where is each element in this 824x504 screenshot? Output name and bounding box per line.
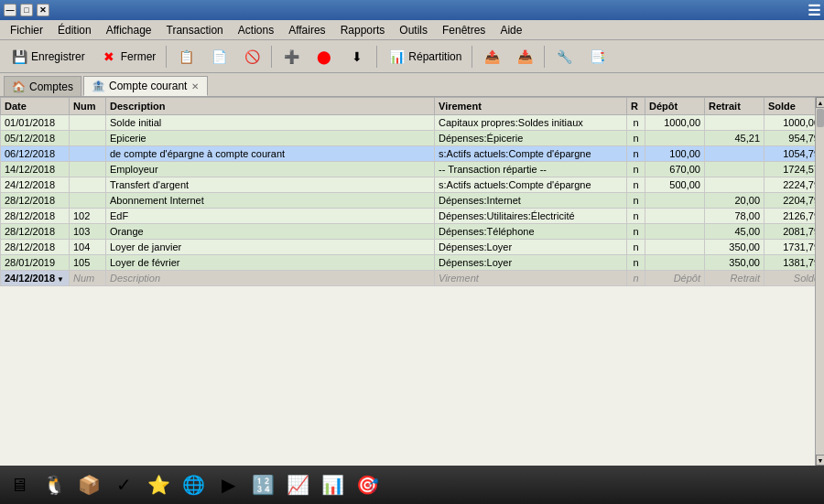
toolbar-btn-Répartition[interactable]: 📊Répartition <box>381 44 468 70</box>
date-dropdown-icon[interactable]: ▼ <box>57 275 64 284</box>
toolbar-btn-8[interactable]: ⬤ <box>309 44 340 70</box>
cell-r-3: n <box>627 162 645 177</box>
toolbar-btn-13[interactable]: 📤 <box>476 44 507 70</box>
menu-item-affichage[interactable]: Affichage <box>100 21 158 39</box>
tab-label-compte-courant: Compte courant <box>109 80 187 92</box>
toolbar-btn-Fermer[interactable]: ✖Fermer <box>93 44 163 70</box>
table-row[interactable]: 14/12/2018Employeur-- Transaction répart… <box>1 162 824 177</box>
menu-item-dition[interactable]: Édition <box>51 21 98 39</box>
maximize-button[interactable]: □ <box>20 4 33 16</box>
cell-virement-1: Dépenses:Épicerie <box>435 131 627 146</box>
tab-bar: 🏠Comptes🏦Compte courant✕ <box>0 73 824 97</box>
table-row[interactable]: 28/12/2018102EdFDépenses:Utilitaires:Éle… <box>1 209 824 224</box>
cell-r-4: n <box>627 177 645 193</box>
table-row[interactable]: 28/12/2018104Loyer de janvierDépenses:Lo… <box>1 240 824 255</box>
scroll-thumb[interactable] <box>817 109 824 127</box>
col-header-description: Description <box>106 98 435 115</box>
new-entry-description[interactable]: Description <box>106 271 435 286</box>
tab-close-compte-courant[interactable]: ✕ <box>190 81 200 91</box>
scroll-up-arrow[interactable]: ▲ <box>816 97 824 108</box>
chart-icon[interactable]: 📈 <box>282 469 313 500</box>
cell-date-8: 28/12/2018 <box>1 240 70 255</box>
toolbar-btn-5[interactable]: 🚫 <box>236 44 267 70</box>
table-row[interactable]: 28/01/2019105Loyer de févrierDépenses:Lo… <box>1 255 824 271</box>
new-entry-virement[interactable]: Virement <box>435 271 627 286</box>
new-entry-num[interactable]: Num <box>70 271 106 286</box>
cell-virement-3: -- Transaction répartie -- <box>435 162 627 177</box>
calc-icon[interactable]: 🔢 <box>247 469 278 500</box>
col-header-retrait: Retrait <box>705 98 764 115</box>
cell-num-0 <box>70 115 106 131</box>
tab-compte-courant[interactable]: 🏦Compte courant✕ <box>83 76 208 96</box>
cell-r-7: n <box>627 224 645 240</box>
toolbar-btn-16[interactable]: 🔧 <box>548 44 580 70</box>
cell-depot-9 <box>645 255 705 271</box>
new-entry-row[interactable]: 24/12/2018▼NumDescriptionVirementnDépôtR… <box>1 271 824 286</box>
cell-retrait-6: 78,00 <box>705 209 764 224</box>
close-button[interactable]: ✕ <box>37 4 49 16</box>
cell-r-9: n <box>627 255 645 271</box>
globe-icon[interactable]: 🌐 <box>178 469 209 500</box>
menu-item-fentres[interactable]: Fenêtres <box>436 21 492 39</box>
table-header-row: DateNumDescriptionVirementRDépôtRetraitS… <box>1 98 824 115</box>
toolbar-btn-17[interactable]: 📑 <box>581 44 613 70</box>
box-icon[interactable]: 📦 <box>73 469 104 500</box>
math-icon[interactable]: ✓ <box>108 469 139 500</box>
table-row[interactable]: 28/12/2018103OrangeDépenses:Téléphonen45… <box>1 224 824 240</box>
toolbar-label-1: Fermer <box>121 50 157 63</box>
new-entry-date[interactable]: 24/12/2018▼ <box>1 271 70 286</box>
toolbar-btn-7[interactable]: ➕ <box>276 44 307 70</box>
scroll-down-arrow[interactable]: ▼ <box>816 455 824 466</box>
toolbar-btn-14[interactable]: 📥 <box>509 44 540 70</box>
table-row[interactable]: 06/12/2018de compte d'épargne à compte c… <box>1 146 824 162</box>
table-row[interactable]: 24/12/2018Transfert d'argents:Actifs act… <box>1 177 824 193</box>
table-body: 01/01/2018Solde initialCapitaux propres:… <box>1 115 824 286</box>
menu-item-outils[interactable]: Outils <box>393 21 434 39</box>
menu-item-aide[interactable]: Aide <box>493 21 528 39</box>
cell-num-3 <box>70 162 106 177</box>
cell-description-4: Transfert d'argent <box>106 177 435 193</box>
spreadsheet-icon[interactable]: 📊 <box>317 469 348 500</box>
cell-retrait-5: 20,00 <box>705 193 764 209</box>
hamburger-menu-icon[interactable]: ☰ <box>808 2 820 19</box>
toolbar-btn-Enregistrer[interactable]: 💾Enregistrer <box>4 44 92 70</box>
table-row[interactable]: 28/12/2018Abonnement InternetDépenses:In… <box>1 193 824 209</box>
app-icon[interactable]: 🎯 <box>352 469 383 500</box>
toolbar-icon-16: 🔧 <box>555 48 573 66</box>
cell-depot-4: 500,00 <box>645 177 705 193</box>
taskbar: 🖥🐧📦✓⭐🌐▶🔢📈📊🎯 <box>0 466 824 504</box>
menu-item-affaires[interactable]: Affaires <box>282 21 331 39</box>
toolbar-icon-13: 📤 <box>482 48 501 66</box>
scrollbar[interactable]: ▲ ▼ <box>815 97 824 466</box>
toolbar-icon-14: 📥 <box>515 48 534 66</box>
new-entry-retrait[interactable]: Retrait <box>705 271 764 286</box>
toolbar-btn-4[interactable]: 📄 <box>203 44 234 70</box>
cell-retrait-9: 350,00 <box>705 255 764 271</box>
menu-item-fichier[interactable]: Fichier <box>4 21 49 39</box>
tab-comptes[interactable]: 🏠Comptes <box>4 76 81 96</box>
table-row[interactable]: 01/01/2018Solde initialCapitaux propres:… <box>1 115 824 131</box>
toolbar-icon-8: ⬤ <box>315 48 333 66</box>
cell-date-3: 14/12/2018 <box>1 162 70 177</box>
menu-item-actions[interactable]: Actions <box>232 21 280 39</box>
toolbar-btn-3[interactable]: 📋 <box>170 44 201 70</box>
penguin-icon[interactable]: 🐧 <box>38 469 70 500</box>
cell-r-0: n <box>627 115 645 131</box>
new-entry-depot[interactable]: Dépôt <box>645 271 705 286</box>
cell-retrait-8: 350,00 <box>705 240 764 255</box>
menu-item-rapports[interactable]: Rapports <box>334 21 392 39</box>
cell-description-0: Solde initial <box>106 115 435 131</box>
cell-retrait-1: 45,21 <box>705 131 764 146</box>
table-row[interactable]: 05/12/2018EpicerieDépenses:Épicerien45,2… <box>1 131 824 146</box>
title-bar: — □ ✕ ☰ <box>0 0 824 20</box>
cell-num-4 <box>70 177 106 193</box>
cell-num-1 <box>70 131 106 146</box>
menu-item-transaction[interactable]: Transaction <box>160 21 230 39</box>
star-icon[interactable]: ⭐ <box>143 469 174 500</box>
media-icon[interactable]: ▶ <box>212 469 244 500</box>
terminal-icon[interactable]: 🖥 <box>4 469 35 500</box>
cell-description-7: Orange <box>106 224 435 240</box>
cell-r-6: n <box>627 209 645 224</box>
minimize-button[interactable]: — <box>4 4 16 16</box>
toolbar-btn-9[interactable]: ⬇ <box>342 44 373 70</box>
